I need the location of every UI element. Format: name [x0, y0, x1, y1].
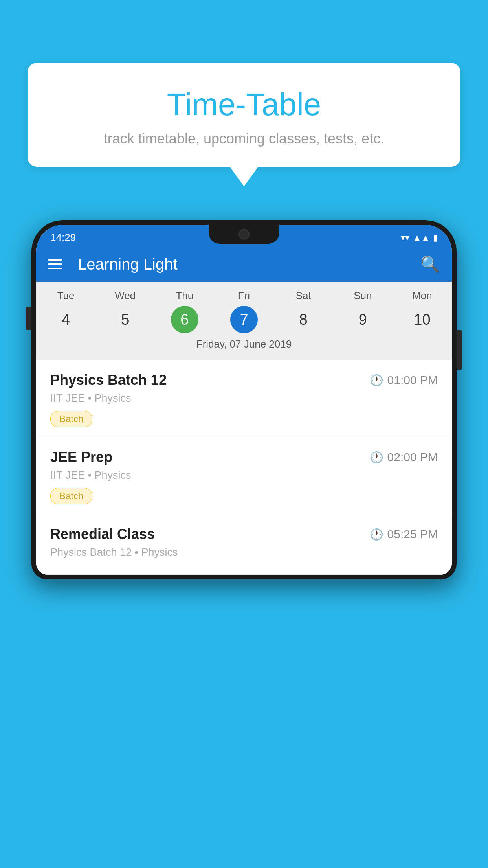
- camera: [238, 229, 250, 240]
- day-numbers-row: 4 5 6 7 8 9 10: [36, 306, 452, 333]
- app-title: Learning Light: [78, 256, 409, 273]
- bubble-title: Time-Table: [47, 86, 441, 123]
- phone-screen: 14:29 ▾▾ ▲▲ ▮ Learning Light 🔍: [36, 225, 452, 575]
- hamburger-menu[interactable]: [48, 259, 62, 269]
- schedule-item-2-header: Remedial Class 🕐 05:25 PM: [50, 526, 438, 542]
- schedule-item-0-time: 🕐 01:00 PM: [370, 373, 438, 387]
- schedule-item-2-subtitle: Physics Batch 12 • Physics: [50, 546, 438, 559]
- day-name-2[interactable]: Thu: [155, 290, 214, 302]
- schedule-item-0-subtitle: IIT JEE • Physics: [50, 392, 438, 405]
- app-bar: Learning Light 🔍: [36, 246, 452, 282]
- day-name-6[interactable]: Mon: [393, 290, 452, 302]
- day-8[interactable]: 8: [274, 306, 333, 333]
- day-9[interactable]: 9: [333, 306, 393, 333]
- wifi-icon: ▾▾: [401, 233, 409, 243]
- schedule-list: Physics Batch 12 🕐 01:00 PM IIT JEE • Ph…: [36, 360, 452, 575]
- status-time: 14:29: [50, 232, 76, 244]
- schedule-item-2-title: Remedial Class: [50, 526, 155, 542]
- day-name-5[interactable]: Sun: [333, 290, 393, 302]
- calendar-strip: Tue Wed Thu Fri Sat Sun Mon 4 5 6 7 8 9 …: [36, 282, 452, 360]
- bubble-subtitle: track timetable, upcoming classes, tests…: [47, 131, 441, 147]
- schedule-item-2-time-text: 05:25 PM: [387, 528, 438, 541]
- search-icon[interactable]: 🔍: [420, 255, 440, 274]
- schedule-item-0[interactable]: Physics Batch 12 🕐 01:00 PM IIT JEE • Ph…: [36, 360, 452, 437]
- clock-icon-0: 🕐: [370, 374, 383, 387]
- schedule-item-1-subtitle: IIT JEE • Physics: [50, 469, 438, 482]
- day-names-row: Tue Wed Thu Fri Sat Sun Mon: [36, 290, 452, 302]
- batch-tag-1: Batch: [50, 488, 92, 504]
- day-7-selected[interactable]: 7: [230, 306, 258, 333]
- phone-outer: 14:29 ▾▾ ▲▲ ▮ Learning Light 🔍: [31, 220, 457, 579]
- schedule-item-0-title: Physics Batch 12: [50, 372, 167, 388]
- signal-icon: ▲▲: [413, 233, 430, 243]
- day-name-1[interactable]: Wed: [95, 290, 155, 302]
- speech-bubble: Time-Table track timetable, upcoming cla…: [28, 63, 460, 167]
- schedule-item-1-time: 🕐 02:00 PM: [370, 451, 438, 464]
- phone-frame: 14:29 ▾▾ ▲▲ ▮ Learning Light 🔍: [31, 220, 457, 868]
- day-name-3[interactable]: Fri: [214, 290, 273, 302]
- schedule-item-2-time: 🕐 05:25 PM: [370, 528, 438, 541]
- day-10[interactable]: 10: [393, 306, 452, 333]
- batch-tag-0: Batch: [50, 411, 92, 427]
- speech-bubble-container: Time-Table track timetable, upcoming cla…: [28, 63, 460, 167]
- status-icons: ▾▾ ▲▲ ▮: [401, 233, 438, 243]
- clock-icon-2: 🕐: [370, 528, 383, 541]
- day-6-today[interactable]: 6: [171, 306, 198, 333]
- schedule-item-1-time-text: 02:00 PM: [387, 451, 438, 464]
- schedule-item-1[interactable]: JEE Prep 🕐 02:00 PM IIT JEE • Physics Ba…: [36, 437, 452, 514]
- day-name-0[interactable]: Tue: [36, 290, 95, 302]
- schedule-item-0-time-text: 01:00 PM: [387, 373, 438, 387]
- notch: [209, 225, 279, 244]
- selected-date-label: Friday, 07 June 2019: [36, 338, 452, 356]
- schedule-item-1-header: JEE Prep 🕐 02:00 PM: [50, 449, 438, 465]
- clock-icon-1: 🕐: [370, 451, 383, 464]
- day-4[interactable]: 4: [36, 306, 95, 333]
- schedule-item-1-title: JEE Prep: [50, 449, 112, 465]
- schedule-item-2[interactable]: Remedial Class 🕐 05:25 PM Physics Batch …: [36, 514, 452, 575]
- day-5[interactable]: 5: [95, 306, 155, 333]
- day-name-4[interactable]: Sat: [274, 290, 333, 302]
- battery-icon: ▮: [433, 233, 438, 243]
- schedule-item-0-header: Physics Batch 12 🕐 01:00 PM: [50, 372, 438, 388]
